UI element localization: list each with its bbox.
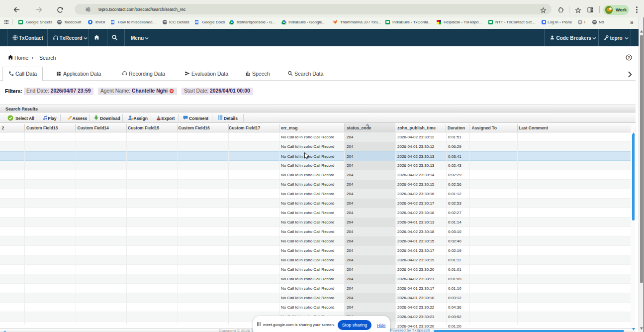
svg-text:?: ?: [628, 55, 630, 60]
